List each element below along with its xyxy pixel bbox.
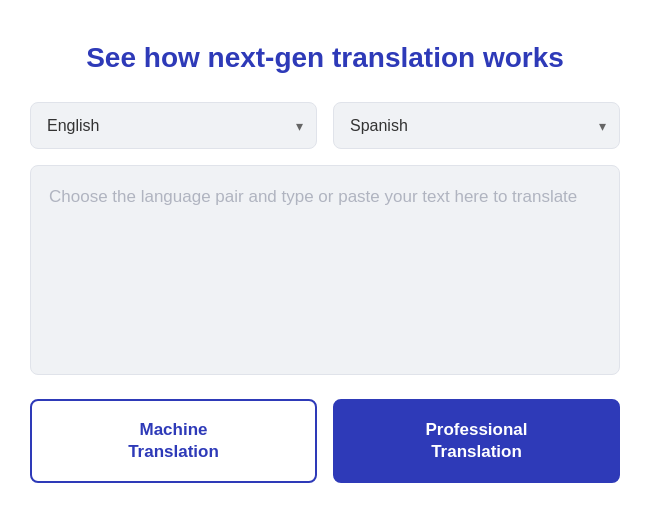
language-selectors: EnglishFrenchGermanItalianPortuguese ▾ S… [30,102,620,149]
professional-translation-label-line2: Translation [431,442,522,461]
professional-translation-button[interactable]: Professional Translation [333,399,620,483]
target-language-select[interactable]: SpanishFrenchGermanItalianPortuguese [333,102,620,149]
target-language-wrapper: SpanishFrenchGermanItalianPortuguese ▾ [333,102,620,149]
textarea-wrapper [30,165,620,379]
translation-input[interactable] [30,165,620,375]
source-language-select[interactable]: EnglishFrenchGermanItalianPortuguese [30,102,317,149]
action-buttons: Machine Translation Professional Transla… [30,399,620,483]
machine-translation-label-line1: Machine [139,420,207,439]
machine-translation-label-line2: Translation [128,442,219,461]
page-title: See how next-gen translation works [30,41,620,75]
professional-translation-label-line1: Professional [425,420,527,439]
main-container: See how next-gen translation works Engli… [20,21,630,504]
source-language-wrapper: EnglishFrenchGermanItalianPortuguese ▾ [30,102,317,149]
machine-translation-button[interactable]: Machine Translation [30,399,317,483]
